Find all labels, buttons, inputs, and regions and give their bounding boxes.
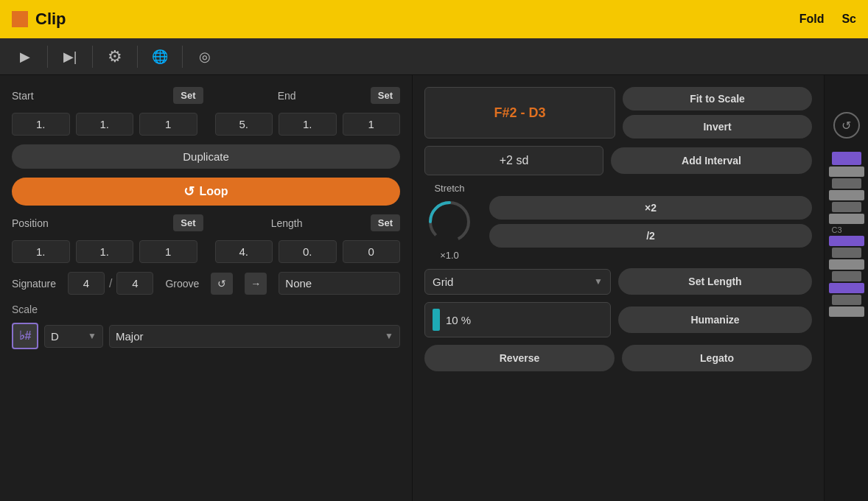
- loop-label: Loop: [199, 185, 228, 198]
- position-set-button[interactable]: Set: [173, 214, 203, 231]
- record-toolbar-btn[interactable]: ▶|: [51, 43, 89, 71]
- groove-refresh-button[interactable]: ↺: [211, 273, 233, 295]
- scale-type-arrow-icon: ▼: [385, 331, 393, 341]
- groove-select[interactable]: None: [279, 272, 400, 295]
- rev-leg-row: Reverse Legato: [424, 345, 812, 371]
- len-tick[interactable]: 0: [343, 240, 401, 263]
- fold-label: Fold: [799, 13, 825, 26]
- stretch-label: Stretch: [434, 183, 464, 194]
- scale-key-label: D: [51, 330, 83, 343]
- stretch-x2-button[interactable]: ×2: [489, 196, 812, 220]
- piano-key-2: [829, 167, 864, 177]
- piano-key-5: [832, 202, 861, 212]
- app-title: Clip: [35, 10, 66, 29]
- right-panel: F#2 - D3 Fit to Scale Invert +2 sd Add I…: [413, 75, 824, 501]
- sig-groove-row: Signature 4 / 4 Groove ↺ → None: [12, 272, 400, 295]
- end-tick[interactable]: 1: [343, 113, 401, 136]
- signature-label: Signature: [12, 278, 56, 290]
- end-beat[interactable]: 1.: [279, 113, 337, 136]
- sc-label: Sc: [841, 13, 856, 26]
- pos-tick[interactable]: 1: [139, 240, 197, 263]
- grid-select[interactable]: Grid ▼: [424, 269, 611, 295]
- pos-len-time-row: 1. 1. 1 4. 0. 0: [12, 240, 400, 263]
- stretch-div2-button[interactable]: /2: [489, 224, 812, 248]
- scale-type-label: Major: [116, 330, 380, 343]
- semitone-row: +2 sd Add Interval: [424, 146, 812, 175]
- scale-key-select[interactable]: D ▼: [44, 325, 103, 348]
- scale-range-value: F#2 - D3: [494, 105, 545, 121]
- groove-arrow-button[interactable]: →: [245, 273, 267, 295]
- toolbar-divider-1: [47, 46, 48, 68]
- scale-icon: ♭#: [19, 330, 32, 342]
- duplicate-button[interactable]: Duplicate: [12, 144, 400, 169]
- piano-key-9: [829, 259, 864, 270]
- piano-panel: ↺ C3: [824, 75, 868, 501]
- scale-key-arrow-icon: ▼: [88, 331, 97, 341]
- reverse-button[interactable]: Reverse: [424, 345, 615, 371]
- piano-key-10: [832, 271, 861, 281]
- scale-type-select[interactable]: Major ▼: [109, 325, 400, 348]
- stretch-knob-area: Stretch ×1.0: [424, 183, 475, 261]
- sig-top[interactable]: 4: [68, 272, 105, 295]
- end-bar[interactable]: 5.: [215, 113, 273, 136]
- stretch-knob[interactable]: [424, 197, 475, 247]
- title-bar: Clip Fold Sc: [0, 0, 868, 38]
- percent-value: 10 %: [446, 314, 471, 326]
- length-label: Length: [209, 217, 365, 229]
- start-end-labels-row: Start Set End Set: [12, 87, 400, 104]
- stretch-buttons: ×2 /2: [489, 196, 812, 248]
- piano-key-1: [832, 152, 861, 165]
- semitone-value: +2 sd: [500, 154, 529, 167]
- start-set-button[interactable]: Set: [173, 87, 203, 104]
- loop-icon: ↺: [183, 183, 195, 200]
- add-interval-button[interactable]: Add Interval: [611, 147, 812, 174]
- set-length-button[interactable]: Set Length: [618, 268, 812, 295]
- settings-toolbar-btn[interactable]: ⚙: [96, 43, 134, 71]
- pos-bar[interactable]: 1.: [12, 240, 70, 263]
- groove-value: None: [285, 277, 393, 290]
- length-set-button[interactable]: Set: [371, 214, 400, 231]
- scale-label: Scale: [12, 304, 400, 315]
- piano-keys: C3: [829, 152, 864, 317]
- groove-label: Groove: [165, 278, 199, 290]
- piano-key-11: [829, 283, 864, 293]
- play-toolbar-btn[interactable]: ▶: [6, 43, 44, 71]
- piano-key-3: [832, 178, 861, 189]
- len-bar[interactable]: 4.: [215, 240, 273, 263]
- title-bar-right: Fold Sc: [799, 13, 856, 26]
- target-toolbar-btn[interactable]: ◎: [186, 43, 224, 71]
- loop-button[interactable]: ↺ Loop: [12, 178, 400, 206]
- end-set-button[interactable]: Set: [371, 87, 400, 104]
- start-bar[interactable]: 1.: [12, 113, 70, 136]
- toolbar-divider-3: [137, 46, 138, 68]
- start-beat[interactable]: 1.: [76, 113, 134, 136]
- globe-toolbar-btn[interactable]: 🌐: [141, 43, 179, 71]
- len-beat[interactable]: 0.: [279, 240, 337, 263]
- piano-key-6: [829, 214, 864, 224]
- piano-key-4: [829, 190, 864, 200]
- fit-to-scale-button[interactable]: Fit to Scale: [623, 87, 812, 111]
- scale-section: Scale ♭# D ▼ Major ▼: [12, 304, 400, 349]
- start-tick[interactable]: 1: [139, 113, 197, 136]
- main-content: Start Set End Set 1. 1. 1 5. 1. 1 Duplic…: [0, 75, 868, 501]
- refresh-icon[interactable]: ↺: [833, 112, 860, 139]
- clip-icon: [12, 11, 28, 27]
- pos-beat[interactable]: 1.: [76, 240, 134, 263]
- stretch-value: ×1.0: [440, 250, 459, 261]
- start-end-time-row: 1. 1. 1 5. 1. 1: [12, 113, 400, 136]
- scale-fit-row: F#2 - D3 Fit to Scale Invert: [424, 87, 812, 139]
- invert-button[interactable]: Invert: [623, 115, 812, 139]
- signature-group: 4 / 4: [68, 272, 153, 295]
- grid-arrow-icon: ▼: [594, 276, 603, 287]
- position-label: Position: [12, 217, 167, 229]
- humanize-row: 10 % Humanize: [424, 302, 812, 337]
- humanize-button[interactable]: Humanize: [618, 306, 812, 333]
- grid-row: Grid ▼ Set Length: [424, 268, 812, 295]
- piano-key-13: [829, 306, 864, 317]
- sig-bottom[interactable]: 4: [116, 272, 153, 295]
- scale-icon-button[interactable]: ♭#: [12, 323, 38, 349]
- semitone-display: +2 sd: [424, 146, 603, 175]
- piano-key-7: [829, 236, 864, 246]
- stretch-section: Stretch ×1.0 ×2 /2: [424, 183, 812, 261]
- legato-button[interactable]: Legato: [622, 345, 812, 371]
